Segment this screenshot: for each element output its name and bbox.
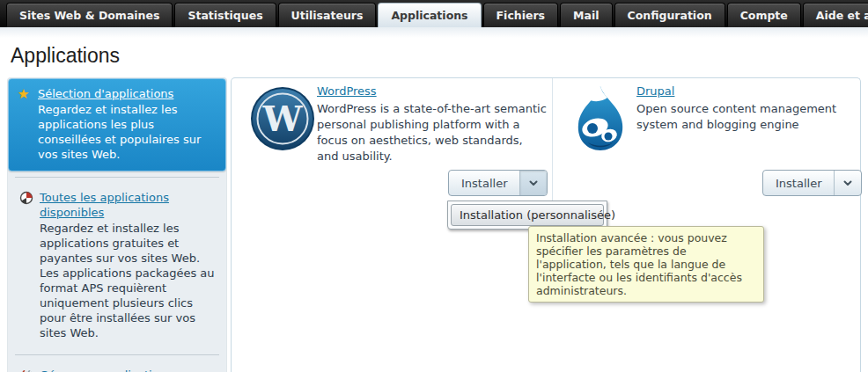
sidebar-item-description: Regardez et installez les applications l… [38, 102, 218, 162]
applications-catalog-icon [19, 191, 33, 205]
tab-statistiques[interactable]: Statistiques [174, 3, 276, 28]
tab-applications[interactable]: Applications [378, 3, 481, 28]
wordpress-description: WordPress is a state-of-the-art semantic… [317, 101, 548, 164]
wordpress-install-split-button: Installer [448, 170, 548, 196]
wordpress-install-button[interactable]: Installer [449, 171, 519, 195]
tab-sites-web-domaines[interactable]: Sites Web & Domaines [6, 3, 173, 28]
sidebar-separator [15, 354, 219, 355]
sidebar-item-description: Regardez et installez les applications g… [40, 221, 217, 340]
tab-compte[interactable]: Compte [727, 3, 801, 28]
chevron-down-icon [529, 180, 538, 186]
wordpress-info: WordPress WordPress is a state-of-the-ar… [317, 84, 548, 164]
drupal-install-dropdown-toggle[interactable] [834, 171, 861, 195]
drupal-install-split-button: Installer [762, 170, 862, 196]
tab-mail[interactable]: Mail [560, 3, 612, 28]
sidebar-item-gerer-applications[interactable]: Gérer mes applications Gérez les applica… [11, 361, 224, 372]
chevron-down-icon [843, 180, 852, 186]
tab-aide-assistance[interactable]: Aide et assistance technique [803, 3, 868, 28]
installation-avancee-tooltip: Installation avancée : vous pouvez spéci… [528, 226, 764, 303]
page-title: Applications [11, 44, 120, 68]
sidebar-link-selection-applications[interactable]: Sélection d'applications [38, 87, 173, 100]
applications-panel: W WordPress WordPress is a state-of-the-… [231, 77, 861, 372]
wordpress-title-link[interactable]: WordPress [317, 84, 377, 98]
tabbar-bottom-strip [0, 27, 868, 38]
menu-item-installation-personnalisee[interactable]: Installation (personnalisée) [451, 204, 604, 226]
star-icon: ★ [18, 87, 32, 101]
drupal-install-button[interactable]: Installer [763, 171, 834, 195]
drupal-info: Drupal Open source content management sy… [636, 84, 848, 133]
sidebar-link-toutes-applications[interactable]: Toutes les applications disponibles [40, 191, 169, 219]
sidebar-nav: ★ Sélection d'applications Regardez et i… [7, 77, 227, 372]
sidebar-separator [15, 177, 219, 178]
drupal-description: Open source content management system an… [636, 101, 848, 133]
drupal-title-link[interactable]: Drupal [636, 84, 674, 98]
tools-icon [19, 368, 33, 372]
sidebar-item-toutes-applications[interactable]: Toutes les applications disponibles Rega… [11, 183, 224, 349]
tab-utilisateurs[interactable]: Utilisateurs [278, 3, 377, 28]
wordpress-logo: W [250, 86, 315, 155]
sidebar-item-selection-applications[interactable]: ★ Sélection d'applications Regardez et i… [8, 78, 226, 171]
tab-fichiers[interactable]: Fichiers [483, 3, 559, 28]
sidebar-link-gerer-applications[interactable]: Gérer mes applications [40, 368, 173, 372]
cell-divider [552, 78, 553, 203]
svg-text:W: W [262, 98, 304, 139]
drupal-logo [569, 84, 632, 157]
wordpress-install-dropdown-toggle[interactable] [519, 171, 547, 195]
top-tab-bar: Sites Web & DomainesStatistiquesUtilisat… [0, 0, 868, 27]
tab-configuration[interactable]: Configuration [614, 3, 725, 28]
